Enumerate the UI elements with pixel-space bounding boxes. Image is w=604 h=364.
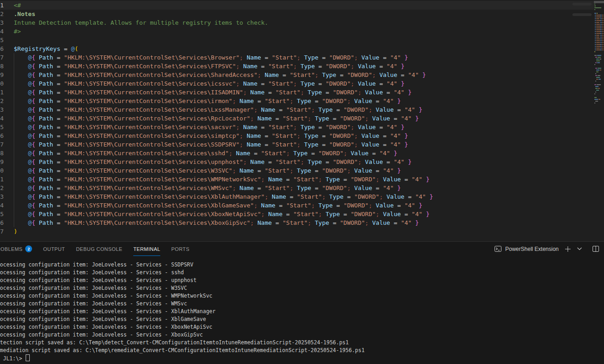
minimap-mark bbox=[595, 18, 596, 19]
line-number: 26 bbox=[0, 218, 4, 227]
code-text: @{ Path = "HKLM:\SYSTEM\CurrentControlSe… bbox=[14, 63, 404, 70]
code-line[interactable]: 18 @{ Path = "HKLM:\SYSTEM\CurrentContro… bbox=[0, 149, 433, 158]
code-line[interactable]: 17 @{ Path = "HKLM:\SYSTEM\CurrentContro… bbox=[0, 140, 433, 149]
minimap-mark bbox=[599, 79, 601, 80]
minimap-mark bbox=[602, 40, 604, 41]
code-line[interactable]: 13 @{ Path = "HKLM:\SYSTEM\CurrentContro… bbox=[0, 105, 433, 114]
code-line[interactable]: 26 @{ Path = "HKLM:\SYSTEM\CurrentContro… bbox=[0, 218, 433, 227]
minimap-mark bbox=[594, 4, 595, 5]
minimap-mark bbox=[595, 44, 596, 45]
code-line[interactable]: 14 @{ Path = "HKLM:\SYSTEM\CurrentContro… bbox=[0, 114, 433, 123]
panel-tab-bar: PROBLEMS2OUTPUTDEBUG CONSOLETERMINALPORT… bbox=[0, 242, 604, 256]
minimap-mark bbox=[595, 57, 597, 58]
minimap-mark bbox=[595, 20, 596, 21]
code-text: @{ Path = "HKLM:\SYSTEM\CurrentControlSe… bbox=[14, 185, 401, 191]
minimap-mark bbox=[596, 48, 600, 49]
tab-terminal[interactable]: TERMINAL bbox=[133, 242, 160, 256]
code-line[interactable]: 3Intune Detection template. Allows for m… bbox=[0, 18, 433, 27]
terminal-output-line: Processing configuration item: JoeLovele… bbox=[0, 284, 604, 292]
minimap-mark bbox=[595, 22, 596, 23]
code-line[interactable]: 16 @{ Path = "HKLM:\SYSTEM\CurrentContro… bbox=[0, 131, 433, 140]
terminal-prompt: PS JL1:\> bbox=[0, 355, 25, 362]
tab-output[interactable]: OUTPUT bbox=[43, 242, 65, 256]
tab-debug-console[interactable]: DEBUG CONSOLE bbox=[76, 242, 122, 256]
minimap-mark bbox=[596, 29, 600, 30]
line-number: 17 bbox=[0, 140, 4, 149]
minimap-mark bbox=[595, 29, 596, 30]
minimap-mark bbox=[596, 70, 599, 71]
overview-ruler-mark bbox=[572, 13, 592, 16]
code-line[interactable]: 19 @{ Path = "HKLM:\SYSTEM\CurrentContro… bbox=[0, 158, 433, 166]
code-line[interactable]: 9 @{ Path = "HKLM:\SYSTEM\CurrentControl… bbox=[0, 71, 433, 79]
code-line[interactable]: 20 @{ Path = "HKLM:\SYSTEM\CurrentContro… bbox=[0, 166, 433, 175]
tab-ports[interactable]: PORTS bbox=[171, 242, 190, 256]
minimap-mark bbox=[594, 103, 595, 103]
terminal-output-line: Processing configuration item: JoeLovele… bbox=[0, 308, 604, 315]
code-line[interactable]: 11 @{ Path = "HKLM:\SYSTEM\CurrentContro… bbox=[0, 88, 433, 97]
minimap[interactable] bbox=[594, 0, 604, 241]
minimap-mark bbox=[595, 16, 596, 17]
minimap-mark bbox=[597, 62, 600, 63]
code-line[interactable]: 12 @{ Path = "HKLM:\SYSTEM\CurrentContro… bbox=[0, 97, 433, 105]
minimap-mark bbox=[598, 68, 601, 69]
code-text: @{ Path = "HKLM:\SYSTEM\CurrentControlSe… bbox=[14, 193, 433, 200]
code-line[interactable]: 10 @{ Path = "HKLM:\SYSTEM\CurrentContro… bbox=[0, 79, 433, 88]
minimap-mark bbox=[602, 48, 604, 49]
minimap-mark bbox=[596, 35, 599, 36]
minimap-mark bbox=[595, 48, 596, 49]
code-line[interactable]: 1<# bbox=[0, 1, 433, 10]
line-number: 16 bbox=[0, 131, 4, 140]
panel-actions: PowerShell Extension bbox=[494, 245, 600, 253]
minimap-slider[interactable] bbox=[594, 1, 604, 3]
minimap-mark bbox=[602, 33, 604, 34]
code-line[interactable]: 7 @{ Path = "HKLM:\SYSTEM\CurrentControl… bbox=[0, 53, 433, 62]
terminal-prompt-line[interactable]: PS JL1:\> bbox=[0, 354, 604, 362]
new-terminal-button[interactable] bbox=[564, 245, 572, 253]
code-line[interactable]: 21 @{ Path = "HKLM:\SYSTEM\CurrentContro… bbox=[0, 175, 433, 184]
minimap-mark bbox=[600, 70, 601, 71]
code-line[interactable]: 22 @{ Path = "HKLM:\SYSTEM\CurrentContro… bbox=[0, 184, 433, 192]
minimap-mark bbox=[594, 9, 595, 10]
tab-label: OUTPUT bbox=[43, 246, 65, 252]
line-number: 4 bbox=[0, 27, 4, 36]
code-text: @{ Path = "HKLM:\SYSTEM\CurrentControlSe… bbox=[14, 150, 397, 157]
code-line[interactable]: 23 @{ Path = "HKLM:\SYSTEM\CurrentContro… bbox=[0, 192, 433, 201]
terminal-output-line: Processing configuration item: JoeLovele… bbox=[0, 269, 604, 277]
minimap-mark bbox=[595, 86, 599, 87]
code-text: Intune Detection template. Allows for mu… bbox=[14, 19, 268, 26]
terminal-output-line: Processing configuration item: JoeLovele… bbox=[0, 300, 604, 308]
minimap-mark bbox=[602, 20, 604, 21]
code-line[interactable]: 15 @{ Path = "HKLM:\SYSTEM\CurrentContro… bbox=[0, 123, 433, 131]
minimap-mark bbox=[595, 37, 596, 38]
minimap-mark bbox=[594, 5, 596, 6]
line-number: 9 bbox=[0, 71, 4, 79]
code-line[interactable]: 2.Notes bbox=[0, 10, 433, 18]
launch-profile-chevron-icon[interactable] bbox=[575, 245, 583, 253]
minimap-mark bbox=[600, 40, 602, 41]
code-line[interactable]: 25 @{ Path = "HKLM:\SYSTEM\CurrentContro… bbox=[0, 210, 433, 218]
minimap-mark bbox=[602, 44, 604, 45]
tab-label: PORTS bbox=[171, 246, 190, 252]
code-line[interactable]: 8 @{ Path = "HKLM:\SYSTEM\CurrentControl… bbox=[0, 62, 433, 71]
indent-guide bbox=[14, 53, 14, 227]
minimap-mark bbox=[602, 22, 604, 23]
minimap-mark bbox=[600, 27, 602, 28]
line-number: 2 bbox=[0, 10, 4, 18]
code-line[interactable]: 5 bbox=[0, 36, 433, 44]
code-editor[interactable]: 1<#2.Notes3Intune Detection template. Al… bbox=[0, 0, 604, 241]
code-line[interactable]: 24 @{ Path = "HKLM:\SYSTEM\CurrentContro… bbox=[0, 201, 433, 210]
minimap-mark bbox=[596, 79, 598, 80]
minimap-mark bbox=[596, 20, 600, 21]
split-panel-button[interactable] bbox=[592, 245, 600, 253]
minimap-mark bbox=[600, 38, 602, 39]
minimap-mark bbox=[602, 49, 604, 50]
code-lines[interactable]: 1<#2.Notes3Intune Detection template. Al… bbox=[0, 1, 433, 236]
code-text: @{ Path = "HKLM:\SYSTEM\CurrentControlSe… bbox=[14, 132, 408, 139]
code-line[interactable]: 27) bbox=[0, 227, 433, 236]
terminal[interactable]: Processing configuration item: JoeLovele… bbox=[0, 256, 604, 364]
code-line[interactable]: 6$RegistryKeys = @( bbox=[0, 44, 433, 53]
minimap-mark bbox=[600, 18, 602, 19]
code-line[interactable]: 4#> bbox=[0, 27, 433, 36]
tab-problems[interactable]: PROBLEMS2 bbox=[0, 242, 32, 256]
terminal-output-line: Processing configuration item: JoeLovele… bbox=[0, 331, 604, 339]
